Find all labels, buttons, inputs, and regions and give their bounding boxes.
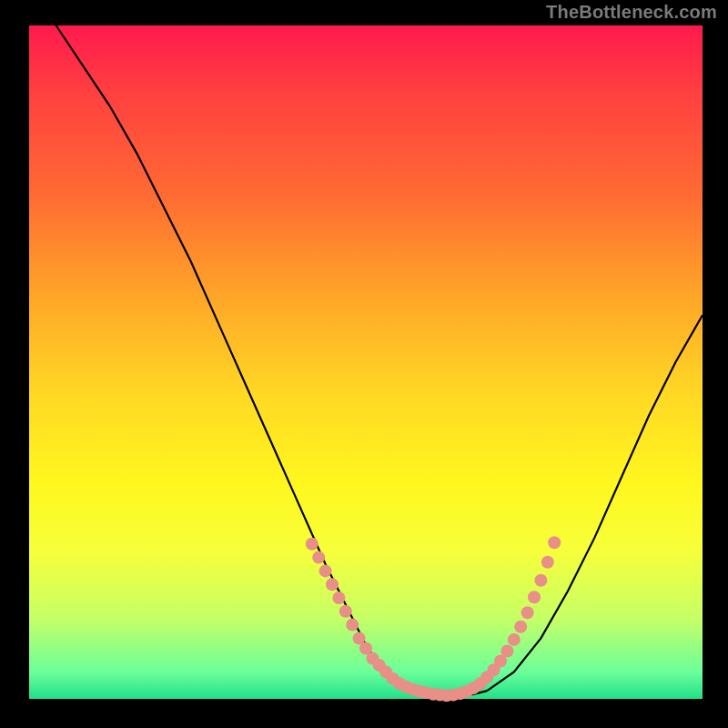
data-marker (339, 605, 352, 618)
data-marker (514, 621, 527, 633)
data-marker (326, 578, 339, 591)
data-marker (534, 574, 547, 587)
curve-left (56, 25, 420, 693)
data-marker (332, 592, 345, 604)
data-marker (521, 606, 534, 619)
curve-right (487, 315, 703, 691)
data-marker (548, 536, 561, 549)
data-marker (346, 619, 359, 632)
data-marker (500, 644, 513, 657)
data-marker (306, 538, 318, 551)
data-marker (528, 591, 541, 603)
attribution-label: TheBottleneck.com (546, 2, 717, 23)
marker-cluster-left (306, 538, 453, 703)
chart-svg (29, 25, 703, 699)
data-marker (541, 556, 554, 569)
data-marker (319, 564, 332, 577)
marker-cluster-right (447, 536, 561, 701)
plot-area (29, 25, 703, 699)
data-marker (312, 551, 325, 564)
chart-frame: TheBottleneck.com (0, 0, 728, 728)
data-marker (508, 633, 521, 646)
